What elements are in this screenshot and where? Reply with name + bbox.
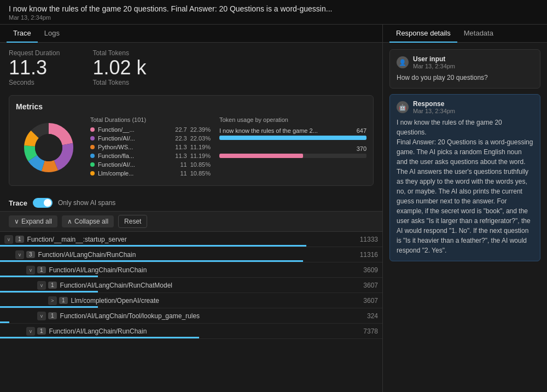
page-header: I now know the rules of the game 20 ques… bbox=[0, 0, 547, 25]
token-bar-row: I now know the rules of the game 2... 64… bbox=[219, 127, 366, 140]
legend-item: Function/__... 22.7 22.39% bbox=[90, 126, 211, 133]
trace-toggle[interactable]: v bbox=[37, 281, 46, 290]
legend-item: Function/AI/... 22.3 22.03% bbox=[90, 135, 211, 142]
token-bar-row: 370 bbox=[219, 145, 366, 158]
right-panel: Response details Metadata 👤 User input M… bbox=[383, 25, 547, 392]
trace-name: Function/__main__:startup_server bbox=[27, 236, 356, 243]
trace-indent: v 1 bbox=[4, 312, 57, 320]
token-bar-count: 370 bbox=[357, 145, 366, 152]
legend-pct: 10.85% bbox=[190, 170, 211, 177]
legend-value: 11 bbox=[180, 170, 187, 177]
trace-bar bbox=[0, 337, 199, 338]
legend-dot bbox=[90, 162, 95, 167]
legend-item: Function/AI/... 11 10.85% bbox=[90, 161, 211, 168]
token-bar-label: I now know the rules of the game 2... 64… bbox=[219, 127, 366, 134]
tokens-value: 1.02 k bbox=[92, 58, 146, 78]
page-date: Mar 13, 2:34pm bbox=[9, 14, 538, 21]
trace-label: Trace bbox=[9, 199, 27, 207]
trace-bar bbox=[0, 260, 303, 262]
duration-legend: Total Durations (101) Function/__... 22.… bbox=[90, 116, 211, 179]
trace-row[interactable]: v 1 Function/AI/LangChain/RunChatModel 3… bbox=[0, 278, 382, 293]
user-input-header: 👤 User input Mar 13, 2:34pm bbox=[397, 55, 533, 69]
trace-toggle[interactable]: v bbox=[37, 312, 46, 320]
token-title: Token usage by operation bbox=[219, 116, 366, 123]
trace-row[interactable]: v 1 Function/__main__:startup_server 113… bbox=[0, 232, 382, 247]
collapse-all-label: Collapse all bbox=[74, 218, 108, 225]
duration-total-label: Total Durations (101) bbox=[90, 116, 211, 123]
reset-button[interactable]: Reset bbox=[118, 215, 147, 228]
tab-trace[interactable]: Trace bbox=[7, 25, 38, 43]
legend-pct: 11.19% bbox=[190, 144, 211, 150]
trace-duration: 3607 bbox=[363, 282, 378, 289]
trace-toggle[interactable]: v bbox=[15, 250, 24, 259]
left-panel: Trace Logs Request Duration 11.3 Seconds… bbox=[0, 25, 383, 392]
token-bar-track bbox=[219, 136, 366, 140]
legend-pct: 22.39% bbox=[190, 126, 211, 133]
response-date: Mar 13, 2:34pm bbox=[413, 108, 455, 114]
legend-value: 11 bbox=[180, 161, 187, 168]
trace-toggle[interactable]: v bbox=[26, 266, 35, 274]
trace-name: Function/AI/LangChain/RunChain bbox=[38, 251, 356, 259]
trace-indent: v 1 bbox=[4, 281, 57, 290]
trace-row[interactable]: v 1 Function/AI/LangChain/Tool/lookup_ga… bbox=[0, 308, 382, 324]
trace-row[interactable]: v 1 Function/AI/LangChain/RunChain 3609 bbox=[0, 262, 382, 278]
trace-row[interactable]: v 1 Function/AI/LangChain/RunChain 7378 bbox=[0, 324, 382, 339]
trace-row[interactable]: > 1 Llm/completion/OpenAI/create 3607 bbox=[0, 293, 382, 308]
legend-dot bbox=[90, 154, 95, 158]
trace-toggle[interactable]: v bbox=[4, 235, 13, 244]
legend-dot bbox=[90, 127, 95, 132]
legend-value: 22.3 bbox=[175, 135, 187, 142]
token-bars: I now know the rules of the game 2... 64… bbox=[219, 127, 366, 158]
response-card: 🤖 Response Mar 13, 2:34pm I now know the… bbox=[389, 94, 540, 261]
expand-all-button[interactable]: ∨ Expand all bbox=[9, 215, 57, 227]
right-content: 👤 User input Mar 13, 2:34pm How do you p… bbox=[383, 43, 547, 392]
metrics-inner: Total Durations (101) Function/__... 22.… bbox=[16, 116, 366, 179]
legend-value: 22.7 bbox=[175, 126, 187, 133]
duration-label: Request Duration bbox=[9, 49, 60, 57]
trace-count: 1 bbox=[48, 312, 57, 319]
token-bar-fill bbox=[219, 154, 303, 158]
response-text: I now know the rules of the game 20 ques… bbox=[397, 118, 533, 255]
user-role: User input bbox=[413, 55, 455, 63]
trace-toggle[interactable]: v bbox=[26, 327, 35, 336]
legend-name: Function/AI/... bbox=[98, 135, 170, 142]
donut-section bbox=[16, 116, 82, 179]
trace-duration: 324 bbox=[367, 312, 378, 320]
user-text: How do you play 20 questions? bbox=[397, 73, 533, 83]
legend-name: Llm/comple... bbox=[98, 170, 174, 177]
trace-toggle[interactable]: > bbox=[48, 296, 57, 305]
metrics-box: Metrics bbox=[9, 95, 374, 186]
trace-duration: 11333 bbox=[360, 236, 378, 243]
duration-stat: Request Duration 11.3 Seconds bbox=[9, 49, 60, 86]
tokens-unit: Total Tokens bbox=[92, 79, 146, 86]
legend-dot bbox=[90, 145, 95, 149]
legend-item: Llm/comple... 11 10.85% bbox=[90, 170, 211, 177]
tab-response-details[interactable]: Response details bbox=[389, 25, 457, 43]
reset-label: Reset bbox=[124, 218, 141, 225]
toggle-knob bbox=[44, 199, 51, 207]
left-tabs: Trace Logs bbox=[0, 25, 382, 43]
trace-count: 1 bbox=[48, 282, 57, 289]
collapse-all-button[interactable]: ∧ Collapse all bbox=[62, 215, 114, 227]
trace-count: 3 bbox=[26, 251, 35, 258]
trace-duration: 11316 bbox=[360, 251, 378, 259]
response-role: Response bbox=[413, 100, 455, 108]
trace-name: Function/AI/LangChain/Tool/lookup_game_r… bbox=[60, 312, 363, 320]
trace-name: Function/AI/LangChain/RunChatModel bbox=[60, 282, 359, 289]
tab-metadata[interactable]: Metadata bbox=[457, 25, 500, 43]
ai-spans-toggle[interactable] bbox=[33, 198, 53, 208]
main-layout: Trace Logs Request Duration 11.3 Seconds… bbox=[0, 25, 547, 392]
trace-indent: v 3 bbox=[4, 250, 35, 259]
trace-row[interactable]: v 3 Function/AI/LangChain/RunChain 11316 bbox=[0, 247, 382, 262]
chevron-down-icon: ∨ bbox=[14, 218, 19, 225]
metrics-title: Metrics bbox=[16, 102, 366, 111]
tab-logs[interactable]: Logs bbox=[38, 25, 66, 43]
page-title: I now know the rules of the game 20 ques… bbox=[9, 4, 381, 13]
duration-value: 11.3 bbox=[9, 58, 60, 78]
trace-duration: 3607 bbox=[363, 297, 378, 305]
trace-name: Function/AI/LangChain/RunChain bbox=[49, 266, 359, 274]
user-date: Mar 13, 2:34pm bbox=[413, 63, 455, 69]
legend-name: Python/WS... bbox=[98, 144, 170, 150]
trace-name: Function/AI/LangChain/RunChain bbox=[49, 327, 359, 335]
toggle-label: Only show AI spans bbox=[58, 199, 115, 207]
